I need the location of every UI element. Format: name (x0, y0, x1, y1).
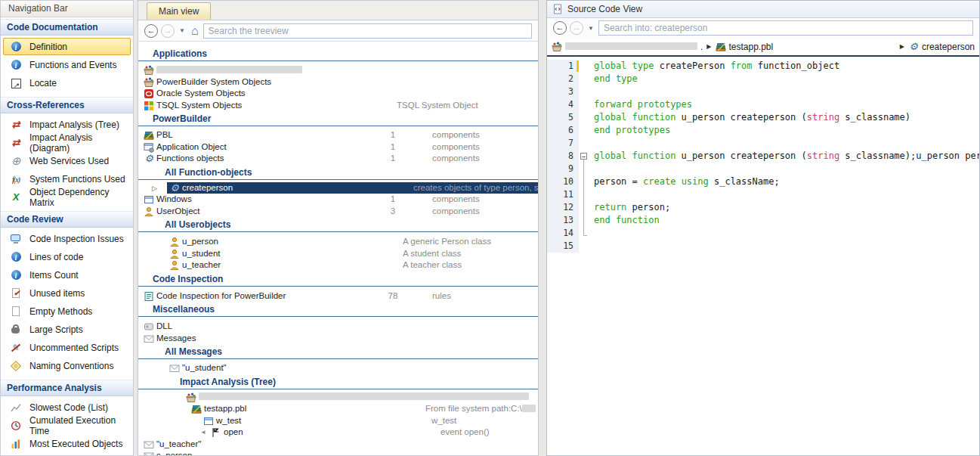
tree-row-count: 1 (384, 141, 402, 154)
fold-gutter (579, 73, 589, 85)
nav-item-items-count[interactable]: Items Count (3, 266, 131, 284)
tree-row-w-test[interactable]: w_testw_test (138, 415, 538, 427)
tree-row-code-inspection-for-powerbuilder[interactable]: Code Inspection for PowerBuilder78rules (138, 290, 538, 302)
treeview-search-input[interactable] (203, 23, 532, 39)
nav-item-large-scripts[interactable]: Large Scripts (3, 321, 131, 338)
line-number: 11 (547, 188, 579, 201)
nav-item-most-executed-objects[interactable]: Most Executed Objects (3, 435, 131, 452)
breadcrumb-application[interactable]: . (552, 42, 703, 52)
forward-button[interactable]: → (161, 24, 175, 38)
code-token-pl: function_object (758, 60, 839, 71)
fold-gutter (579, 85, 589, 98)
nav-section-performance-analysis[interactable]: Performance Analysis (1, 380, 133, 396)
fold-gutter (579, 124, 589, 137)
tree-row-userobject[interactable]: UserObject3components (138, 206, 538, 218)
nav-item-locate[interactable]: Locate (3, 74, 131, 92)
tree-row-u-teacher[interactable]: u_teacherA teacher class (138, 259, 538, 271)
tree-row-label: Messages (156, 333, 196, 345)
nav-item-label: Empty Methods (29, 306, 92, 317)
fold-toggle[interactable]: − (579, 150, 589, 163)
tree-row-tsql-system-objects[interactable]: TSQL System ObjectsTSQL System Object (138, 100, 538, 112)
nav-item-uncommented-scripts[interactable]: Uncommented Scripts (3, 339, 131, 356)
tree-row-open[interactable]: ◄openevent open() (138, 427, 538, 439)
tree-section-all-function-objects[interactable]: All Function-objects (138, 167, 538, 180)
nav-section-code-documentation[interactable]: Code Documentation (1, 19, 133, 36)
tree-section-powerbuilder[interactable]: PowerBuilder (138, 113, 538, 126)
nav-item-cumulated-execution-time[interactable]: Cumulated Execution Time (3, 417, 131, 434)
nav-item-object-dependency-matrix[interactable]: Object Dependency Matrix (3, 188, 131, 206)
tree-row-redacted[interactable] (138, 64, 538, 76)
source-code-panel: Source Code View ← → ▼ . ▶ testapp.pbl ▶ (546, 0, 980, 456)
tree-section-miscellaneous[interactable]: Miscellaneous (138, 304, 538, 317)
history-dropdown-icon[interactable]: ▼ (179, 27, 185, 34)
pbl-library-icon (191, 404, 202, 414)
tree-row-u-person[interactable]: u_personA generic Person class (138, 236, 538, 248)
breadcrumb-pbl[interactable]: testapp.pbl (716, 42, 774, 52)
nav-item-definition[interactable]: Definition (3, 38, 131, 55)
tree-row-redacted[interactable] (138, 392, 538, 404)
panel-splitter-right[interactable] (539, 0, 546, 456)
nav-item-lines-of-code[interactable]: Lines of code (3, 248, 131, 265)
tree-row-u-student[interactable]: u_studentA student class (138, 248, 538, 260)
nav-item-empty-methods[interactable]: Empty Methods (3, 302, 131, 320)
oracle-icon (144, 88, 154, 99)
nav-item-web-services-used[interactable]: Web Services Used (3, 152, 131, 169)
tree-row-functions-objects[interactable]: Functions objects1components (138, 153, 538, 165)
code-text: forward prototypes (589, 98, 692, 111)
nav-item-system-functions-used[interactable]: System Functions Used (3, 170, 131, 188)
tree-row-pbl[interactable]: PBL1components (138, 129, 538, 141)
fold-gutter (579, 188, 589, 201)
collapse-box-icon[interactable]: − (580, 153, 587, 160)
source-back-button[interactable]: ← (553, 21, 567, 35)
nav-item-slowest-code-list[interactable]: Slowest Code (List) (3, 399, 131, 416)
nav-item-icon-cell (9, 420, 23, 431)
source-forward-button[interactable]: → (570, 21, 583, 35)
nav-item-icon-cell (9, 78, 23, 88)
nav-item-impact-analysis-diagram[interactable]: Impact Analysis (Diagram) (3, 134, 131, 151)
redacted-text (565, 42, 697, 50)
nav-item-unused-items[interactable]: Unused items (3, 284, 131, 302)
application-box-icon (144, 65, 154, 76)
tree-section-impact-analysis-tree[interactable]: Impact Analysis (Tree) (138, 377, 538, 389)
tree-section-all-userobjects[interactable]: All Userobjects (138, 219, 538, 232)
home-icon[interactable]: ⌂ (191, 25, 199, 37)
tree-section-code-inspection[interactable]: Code Inspection (138, 274, 538, 287)
breadcrumb-method[interactable]: createperson (908, 42, 975, 52)
nav-item-code-inspection-issues[interactable]: Code Inspection Issues (3, 230, 131, 247)
tree-row-windows[interactable]: Windows1components (138, 194, 538, 206)
back-button[interactable]: ← (144, 24, 158, 38)
tree-section-all-messages[interactable]: All Messages (138, 346, 538, 359)
nav-item-icon-cell (9, 270, 23, 280)
tree-row-dll[interactable]: DLL (138, 321, 538, 333)
source-history-dropdown-icon[interactable]: ▼ (588, 25, 594, 32)
redacted-text (199, 392, 529, 400)
tree-row-createperson[interactable]: ▷createpersoncreates objects of type per… (138, 182, 538, 194)
nav-item-impact-analysis-tree[interactable]: Impact Analysis (Tree) (3, 116, 131, 133)
tree-section-applications[interactable]: Applications (138, 48, 538, 61)
tree-row-description: From file system path:C:\ (425, 403, 538, 415)
nav-section-cross-references[interactable]: Cross-References (1, 97, 133, 113)
tree-row-messages[interactable]: Messages (138, 333, 538, 345)
code-text: global function u_person createperson (s… (589, 150, 979, 163)
tree-row-testapp-pbl[interactable]: testapp.pblFrom file system path:C:\ (138, 403, 538, 415)
page-check-icon (11, 288, 21, 299)
source-search-input[interactable] (598, 20, 973, 36)
source-code-view-header: Source Code View (547, 1, 979, 18)
tree-row-u-teacher[interactable]: "u_teacher" (138, 439, 538, 451)
nav-section-code-review[interactable]: Code Review (1, 211, 133, 228)
nav-item-label: Large Scripts (29, 324, 83, 335)
gear-icon (908, 42, 919, 52)
tree-row-s-person[interactable]: s_person (138, 450, 538, 455)
fold-gutter (579, 98, 589, 111)
nav-item-functions-and-events[interactable]: Functions and Events (3, 56, 131, 73)
tree-row-powerbuilder-system-objects[interactable]: PowerBuilder System Objects (138, 76, 538, 88)
main-toolbar: ← → ▼ ⌂ (138, 20, 538, 42)
fold-gutter (579, 175, 589, 188)
nav-item-naming-conventions[interactable]: Naming Conventions (3, 357, 131, 374)
source-code-editor[interactable]: 1global type createPerson from function_… (547, 57, 979, 455)
tree-row-u-student[interactable]: "u_student" (138, 362, 538, 374)
code-token-pl: person; (632, 202, 671, 212)
tree-row-oracle-system-objects[interactable]: Oracle System Objects (138, 88, 538, 100)
tree-row-application-object[interactable]: Application Object1components (138, 141, 538, 154)
tab-main-view[interactable]: Main view (147, 2, 211, 20)
